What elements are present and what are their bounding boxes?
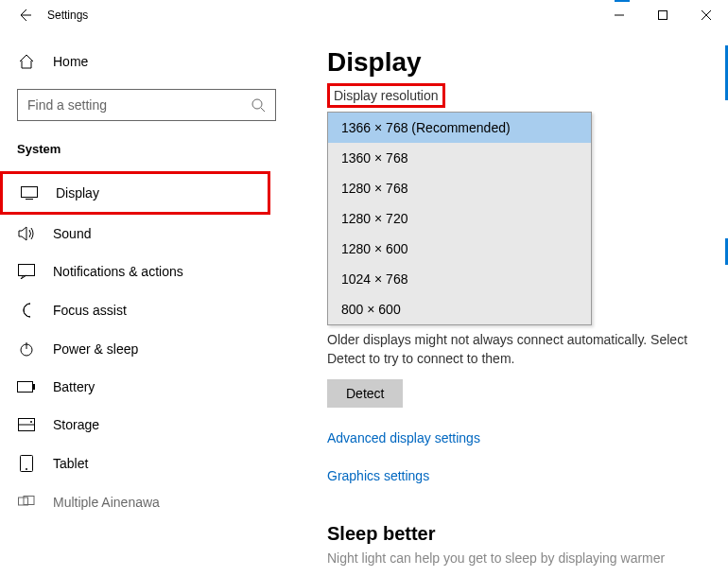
sidebar-item-label: Storage: [53, 417, 99, 432]
sidebar-item-label: Tablet: [53, 456, 88, 471]
display-icon: [20, 186, 39, 200]
sidebar-item-label: Power & sleep: [53, 341, 138, 357]
power-icon: [17, 341, 36, 357]
advanced-display-link[interactable]: Advanced display settings: [327, 430, 717, 445]
search-input[interactable]: [27, 97, 251, 113]
minimize-button[interactable]: [598, 0, 641, 30]
storage-icon: [17, 418, 36, 431]
search-icon: [251, 97, 266, 113]
svg-rect-6: [22, 187, 38, 198]
page-title: Display: [327, 47, 717, 78]
graphics-settings-link[interactable]: Graphics settings: [327, 468, 717, 483]
svg-point-17: [26, 468, 27, 470]
sidebar-item-focus[interactable]: Focus assist: [0, 290, 270, 330]
tablet-icon: [17, 455, 36, 472]
multiple-icon: [17, 496, 36, 509]
sidebar-item-label: Notifications & actions: [53, 264, 183, 279]
home-label: Home: [53, 54, 88, 69]
resolution-label: Display resolution: [330, 86, 442, 105]
sleep-heading: Sleep better: [327, 523, 717, 545]
sidebar: Home System Display Sound: [0, 30, 293, 576]
svg-line-5: [261, 108, 265, 112]
detect-description: Older displays might not always connect …: [327, 331, 705, 368]
focus-icon: [17, 302, 36, 319]
sidebar-item-label: Sound: [53, 226, 91, 241]
accent-bar: [615, 0, 630, 2]
svg-rect-11: [18, 382, 33, 393]
sidebar-item-sound[interactable]: Sound: [0, 215, 270, 253]
svg-rect-1: [659, 11, 667, 20]
nav-list: Display Sound Notifications & actions Fo…: [0, 171, 293, 521]
sidebar-item-label: Display: [56, 185, 99, 201]
resolution-option[interactable]: 1366 × 768 (Recommended): [328, 113, 591, 143]
svg-point-14: [30, 421, 32, 423]
sidebar-item-label: Battery: [53, 379, 95, 394]
home-nav[interactable]: Home: [0, 44, 293, 79]
resolution-option[interactable]: 800 × 600: [328, 294, 591, 324]
detect-button[interactable]: Detect: [327, 379, 403, 408]
sidebar-item-display[interactable]: Display: [0, 171, 270, 215]
resolution-option[interactable]: 1280 × 600: [328, 234, 591, 264]
window-title: Settings: [47, 9, 88, 22]
titlebar: Settings: [0, 0, 728, 30]
sidebar-item-label: Focus assist: [53, 303, 127, 318]
content-area: Display Display resolution 1366 × 768 (R…: [293, 30, 728, 576]
sidebar-item-multiple[interactable]: Multiple Ainenawa: [0, 483, 270, 521]
maximize-button[interactable]: [641, 0, 685, 30]
close-button[interactable]: [685, 0, 728, 30]
category-label: System: [0, 131, 293, 164]
svg-point-4: [252, 99, 262, 109]
sidebar-item-tablet[interactable]: Tablet: [0, 444, 270, 483]
resolution-option[interactable]: 1280 × 768: [328, 173, 591, 203]
resolution-label-highlight: Display resolution: [327, 83, 445, 108]
sound-icon: [17, 226, 36, 241]
sidebar-item-notifications[interactable]: Notifications & actions: [0, 253, 270, 290]
battery-icon: [17, 381, 36, 393]
svg-rect-12: [33, 384, 35, 390]
svg-rect-8: [19, 265, 35, 276]
notifications-icon: [17, 264, 36, 279]
search-box[interactable]: [17, 89, 276, 121]
sidebar-item-storage[interactable]: Storage: [0, 406, 270, 444]
home-icon: [17, 53, 36, 70]
resolution-option[interactable]: 1024 × 768: [328, 264, 591, 294]
window-controls: [598, 0, 728, 30]
sidebar-item-battery[interactable]: Battery: [0, 368, 270, 406]
back-button[interactable]: [9, 0, 40, 30]
sleep-description: Night light can help you get to sleep by…: [327, 550, 705, 566]
sidebar-item-label: Multiple Ainenawa: [53, 495, 160, 510]
resolution-dropdown[interactable]: 1366 × 768 (Recommended) 1360 × 768 1280…: [327, 112, 592, 325]
resolution-option[interactable]: 1360 × 768: [328, 143, 591, 173]
resolution-option[interactable]: 1280 × 720: [328, 203, 591, 234]
sidebar-item-power[interactable]: Power & sleep: [0, 330, 270, 368]
